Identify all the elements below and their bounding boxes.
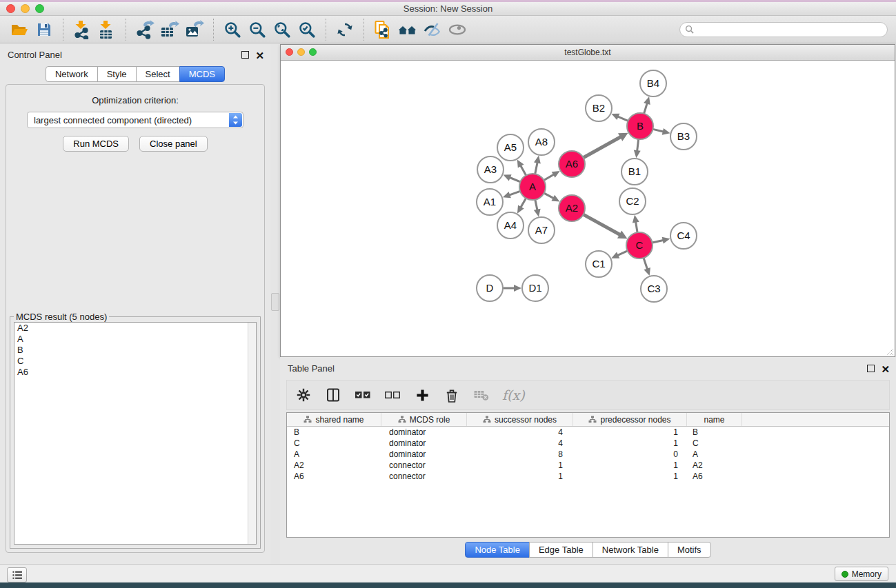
network-canvas[interactable]: AA1A2A3A4A5A6A7A8BB1B2B3B4CC1C2C3C4DD1 — [281, 61, 895, 356]
export-table-button[interactable] — [157, 18, 182, 41]
import-table-button[interactable] — [94, 18, 119, 41]
new-network-button[interactable] — [370, 18, 395, 41]
dropdown-stepper — [229, 113, 242, 127]
close-panel-button[interactable]: ✕ — [255, 52, 264, 59]
graph-edge-A-A1[interactable] — [508, 191, 520, 195]
task-history-button[interactable] — [7, 567, 27, 582]
control-tab-mcds[interactable]: MCDS — [179, 66, 225, 82]
close-panel-button-secondary[interactable]: Close panel — [139, 136, 208, 152]
toolbar-separator — [213, 19, 214, 41]
graph-edge-A-A3[interactable] — [509, 177, 521, 182]
table-mode-button[interactable] — [295, 386, 312, 404]
export-network-button[interactable] — [132, 18, 157, 41]
split-divider-handle[interactable] — [271, 293, 279, 311]
delete-table-button[interactable] — [472, 386, 490, 404]
graph-edge-A-A6[interactable] — [544, 174, 554, 181]
network-graph: AA1A2A3A4A5A6A7A8BB1B2B3B4CC1C2C3C4DD1 — [281, 61, 895, 357]
table-row[interactable]: A6connector11A6 — [287, 471, 889, 482]
refresh-view-button[interactable] — [332, 18, 357, 41]
close-table-panel-button[interactable]: ✕ — [881, 365, 890, 373]
graph-edge-arrowhead — [503, 192, 511, 198]
graph-edge-C-C1[interactable] — [617, 251, 627, 256]
graph-edge-A6-B[interactable] — [584, 136, 621, 158]
create-column-button[interactable] — [413, 386, 431, 404]
table-tab-edge-table[interactable]: Edge Table — [529, 542, 593, 558]
graph-edge-arrowhead — [644, 97, 650, 105]
graph-edge-A-A7[interactable] — [535, 200, 537, 211]
mcds-result-item[interactable]: A — [14, 334, 256, 345]
zoom-in-button[interactable] — [220, 18, 245, 41]
graph-edge-B-B1[interactable] — [637, 139, 638, 152]
column-header-successor-nodes[interactable]: successor nodes — [467, 413, 573, 426]
table-row[interactable]: Bdominator41B — [287, 427, 889, 438]
table-cell: dominator — [381, 438, 467, 448]
graph-node-label: B — [637, 120, 644, 132]
graph-edge-A-A4[interactable] — [520, 198, 526, 207]
graph-edge-A-A8[interactable] — [535, 161, 538, 174]
delete-columns-button[interactable] — [443, 386, 461, 404]
column-header-name[interactable]: name — [687, 413, 742, 426]
zoom-fit-button[interactable] — [270, 18, 295, 41]
graph-edge-B-B2[interactable] — [617, 116, 628, 121]
float-table-panel-button[interactable] — [867, 363, 875, 375]
control-tab-network[interactable]: Network — [46, 66, 98, 82]
table-panel-tabs: Node TableEdge TableNetwork TableMotifs — [280, 542, 896, 558]
unselect-all-icon — [384, 389, 401, 401]
mcds-result-list[interactable]: A2ABCA6 — [14, 322, 257, 545]
search-field[interactable] — [679, 22, 888, 37]
table-row[interactable]: Adominator80A — [287, 449, 889, 460]
table-tab-motifs[interactable]: Motifs — [668, 542, 711, 558]
zoom-in-icon — [223, 21, 241, 39]
select-all-columns-button[interactable] — [354, 386, 372, 404]
memory-button[interactable]: Memory — [835, 567, 888, 581]
open-session-button[interactable] — [7, 18, 32, 41]
graph-edge-arrowhead — [634, 150, 641, 159]
save-session-button[interactable] — [32, 18, 57, 41]
run-mcds-button[interactable]: Run MCDS — [63, 136, 129, 152]
network-window-titlebar[interactable]: testGlobe.txt — [281, 45, 895, 61]
export-image-button[interactable] — [182, 18, 207, 41]
table-cell: 1 — [573, 438, 687, 448]
column-header-shared-name[interactable]: shared name — [287, 413, 381, 426]
graph-edge-C-C3[interactable] — [644, 258, 648, 270]
mcds-result-item[interactable]: A6 — [14, 367, 256, 378]
graph-edge-A2-C[interactable] — [584, 214, 621, 235]
criterion-dropdown[interactable]: largest connected component (directed) — [27, 112, 243, 128]
graph-edge-C-C2[interactable] — [635, 221, 637, 233]
table-tab-node-table[interactable]: Node Table — [465, 542, 530, 558]
zoom-out-button[interactable] — [245, 18, 270, 41]
graph-edge-B-B4[interactable] — [644, 103, 648, 114]
result-list-scrollbar[interactable] — [248, 323, 256, 544]
graph-edge-A-A5[interactable] — [520, 165, 526, 175]
column-header-MCDS-role[interactable]: MCDS role — [381, 413, 467, 426]
function-builder-button[interactable]: f(x) — [502, 386, 525, 404]
float-panel-button[interactable] — [241, 49, 249, 61]
import-network-button[interactable] — [70, 18, 94, 41]
graph-edge-C-C4[interactable] — [653, 240, 664, 243]
table-row[interactable]: Cdominator41C — [287, 438, 889, 449]
search-input[interactable] — [694, 24, 887, 35]
mcds-result-item[interactable]: A2 — [14, 323, 256, 334]
resize-grip-icon[interactable] — [884, 346, 894, 356]
hide-selected-button[interactable] — [420, 18, 445, 41]
graph-edge-arrowhead — [662, 237, 670, 244]
graph-edge-A-A2[interactable] — [544, 193, 555, 199]
table-tab-network-table[interactable]: Network Table — [593, 542, 668, 558]
mcds-result-item[interactable]: C — [14, 356, 256, 367]
unselect-all-columns-button[interactable] — [384, 386, 401, 404]
open-folder-icon — [10, 21, 28, 38]
mcds-result-item[interactable]: B — [14, 345, 256, 356]
graph-edge-B-B3[interactable] — [653, 129, 664, 132]
zoom-selected-button[interactable] — [295, 18, 319, 41]
main-toolbar — [0, 16, 896, 43]
column-header-label: predecessor nodes — [600, 415, 670, 425]
show-columns-button[interactable] — [324, 386, 342, 404]
control-tab-select[interactable]: Select — [136, 66, 180, 82]
column-header-predecessor-nodes[interactable]: predecessor nodes — [573, 413, 687, 426]
first-neighbors-button[interactable] — [395, 18, 420, 41]
plus-icon — [415, 388, 430, 403]
graph-node-label: B1 — [628, 165, 641, 177]
show-all-button[interactable] — [445, 18, 470, 41]
control-tab-style[interactable]: Style — [97, 66, 137, 82]
table-row[interactable]: A2connector11A2 — [287, 460, 889, 471]
